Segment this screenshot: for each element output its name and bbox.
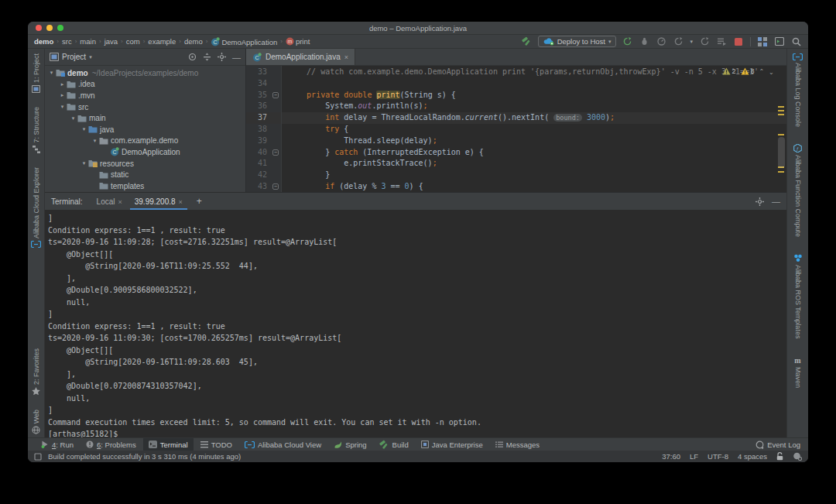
code-line: } [282, 170, 786, 181]
search-everywhere-icon[interactable] [791, 36, 802, 47]
tool-window-button-4-run[interactable]: 4: Run [36, 438, 79, 451]
tree-node-resources[interactable]: ▾resources [45, 158, 245, 170]
tool-stripe-button-alibaba-ros-templates[interactable]: Alibaba ROS Templates [793, 254, 803, 338]
tool-stripe-button-web[interactable]: Web [32, 410, 40, 434]
settings-gear-icon[interactable] [218, 53, 226, 61]
tree-node-demoapplication[interactable]: CDemoApplication [45, 146, 245, 158]
tool-window-button-java-enterprise[interactable]: Java Enterprise [416, 438, 488, 451]
event-log-button[interactable]: Event Log [755, 441, 800, 449]
maven-icon: m [793, 356, 802, 365]
tool-stripe-button-alibaba-log-console[interactable]: Alibaba Log Console [793, 53, 803, 127]
chevron-down-icon[interactable]: ▾ [81, 126, 87, 132]
tree-node-templates[interactable]: templates [45, 180, 245, 192]
hide-icon[interactable]: — [232, 53, 241, 62]
breadcrumb-item-demo[interactable]: demo [34, 37, 53, 46]
breadcrumb-item-demo[interactable]: demo [184, 37, 203, 46]
project-structure-icon[interactable] [757, 36, 768, 47]
tree-node-com-example-demo[interactable]: ▾com.example.demo [45, 135, 245, 147]
fold-marker-icon[interactable]: − [272, 92, 279, 98]
chevron-down-icon[interactable]: ▾ [48, 70, 55, 76]
highlighting-level-icon[interactable] [793, 452, 802, 461]
tree-node-static[interactable]: static [45, 169, 245, 180]
run-steps-icon[interactable] [716, 36, 727, 47]
collapse-all-icon[interactable] [203, 53, 211, 61]
file-encoding[interactable]: UTF-8 [708, 452, 728, 461]
tool-window-button-messages[interactable]: Messages [490, 438, 545, 451]
prev-warning-icon[interactable]: ⌃ [759, 67, 765, 75]
unlock-icon[interactable] [776, 452, 783, 461]
breadcrumb-item-com[interactable]: com [126, 37, 140, 46]
tool-stripe-button-7-structure[interactable]: 7: Structure [33, 107, 40, 153]
tree-node-demo[interactable]: ▾demo~/IdeaProjects/examples/demo [45, 67, 245, 79]
terminal-settings-gear-icon[interactable] [755, 197, 764, 206]
chevron-down-icon[interactable]: ▾ [70, 115, 77, 122]
close-icon[interactable]: × [179, 198, 183, 206]
tool-stripe-button-alibaba-function-compute[interactable]: ƒAlibaba Function Compute [793, 144, 802, 237]
fold-marker-icon[interactable]: − [272, 149, 279, 156]
tool-window-button-terminal[interactable]: Terminal [143, 438, 194, 451]
editor-tab-demoapplication[interactable]: C DemoApplication.java × [246, 49, 355, 65]
terminal-line: @Object[][ [48, 345, 786, 357]
tool-window-button-alibaba-cloud-view[interactable]: Alibaba Cloud View [239, 438, 327, 451]
tool-stripe-button-2-favorites[interactable]: 2: Favorites [32, 348, 40, 396]
line-separator[interactable]: LF [690, 452, 698, 461]
deploy-to-host-button[interactable]: Deploy to Host ▾ [538, 36, 617, 47]
locate-icon[interactable] [188, 53, 197, 61]
breadcrumb-item-java[interactable]: java [104, 37, 118, 46]
rerun-icon[interactable] [622, 36, 632, 47]
tool-stripe-button-maven[interactable]: mMaven [793, 356, 802, 388]
chevron-right-icon[interactable]: ▸ [59, 92, 66, 98]
hide-terminal-icon[interactable]: — [772, 197, 780, 206]
terminal-output[interactable]: ]Condition express: 1==1 , result: truet… [45, 210, 786, 437]
tool-window-button-spring[interactable]: Spring [328, 438, 372, 451]
terminal-tab-local[interactable]: Local× [91, 194, 128, 210]
scrollbar-thumb[interactable] [778, 137, 785, 168]
build-hammer-icon[interactable] [522, 36, 533, 47]
tool-stripe-button-1-project[interactable]: 1: Project [32, 53, 40, 93]
tool-window-button-6-problems[interactable]: 6: Problems [81, 438, 142, 451]
caret-position[interactable]: 37:60 [662, 452, 680, 461]
code-editor[interactable]: 333435−3637383940−414243− // watch com.e… [246, 66, 786, 192]
stop-icon[interactable] [733, 36, 744, 47]
indent-setting[interactable]: 4 spaces [738, 452, 767, 461]
chevron-right-icon[interactable]: ▸ [59, 81, 66, 87]
project-view-selector[interactable]: Project ▾ [50, 53, 92, 61]
tool-window-button-todo[interactable]: TODO [195, 438, 238, 451]
coverage-icon[interactable] [673, 36, 684, 47]
tool-window-button-build[interactable]: Build [374, 438, 414, 451]
breadcrumb-item-demoapplication[interactable]: CDemoApplication [211, 37, 277, 46]
event-log-label: Event Log [767, 441, 800, 449]
chevron-down-icon[interactable]: ▾ [59, 104, 66, 110]
tree-node--idea[interactable]: ▸.idea [45, 79, 245, 91]
code-line: } catch (InterruptedException e) { [282, 147, 786, 159]
close-icon[interactable]: × [118, 198, 122, 206]
run-anything-icon[interactable] [774, 36, 785, 47]
chevron-down-icon[interactable]: ▾ [91, 138, 98, 144]
tree-node-src[interactable]: ▾src [45, 101, 245, 113]
editor-scrollbar[interactable] [776, 66, 786, 192]
terminal-tab-39-99-200-8[interactable]: 39.99.200.8× [128, 194, 189, 210]
breadcrumb-item-src[interactable]: src [62, 37, 72, 46]
warning-icon[interactable]: 2 [722, 67, 736, 75]
tree-node-java[interactable]: ▾java [45, 124, 245, 135]
terminal-label: Terminal: [51, 197, 83, 206]
background-tasks-icon[interactable] [34, 453, 42, 461]
close-icon[interactable]: × [344, 53, 348, 61]
tree-node--mvn[interactable]: ▸.mvn [45, 90, 245, 101]
warning-stripe-mark [778, 134, 784, 135]
breadcrumb-item-main[interactable]: main [80, 37, 96, 46]
chevron-down-icon[interactable]: ▾ [81, 160, 87, 166]
debug-icon[interactable] [639, 36, 649, 47]
breadcrumb-item-print[interactable]: mprint [286, 37, 310, 46]
tree-node-main[interactable]: ▾main [45, 112, 245, 124]
next-warning-icon[interactable]: ⌃ [769, 67, 774, 75]
breadcrumb-item-example[interactable]: example [148, 37, 176, 46]
profiler-icon[interactable] [656, 36, 666, 47]
fold-marker-icon[interactable]: − [272, 183, 279, 190]
restart-icon[interactable] [699, 36, 710, 47]
terminal-tab-label: 39.99.200.8 [135, 197, 176, 206]
new-terminal-tab-button[interactable]: + [190, 196, 208, 207]
tool-stripe-button-alibaba-cloud-explorer[interactable]: Alibaba Cloud Explorer [31, 167, 41, 248]
warning-count: 8 [751, 67, 755, 75]
warning-icon[interactable]: 8 [741, 67, 755, 75]
